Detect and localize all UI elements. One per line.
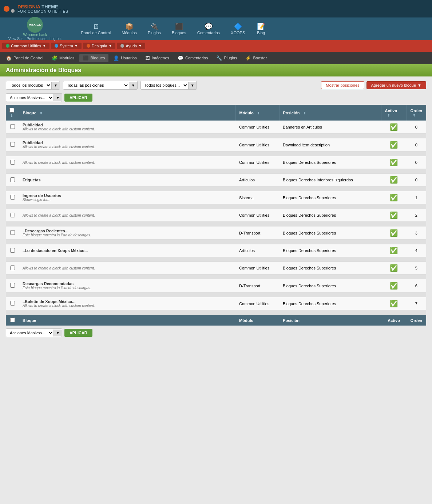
mass-actions-select-top[interactable]: Acciones Masivas... xyxy=(6,94,53,102)
block-name[interactable]: ..Boletín de Xoops México... xyxy=(23,299,232,304)
blocks-filter[interactable]: Todos los bloques... xyxy=(141,81,188,89)
mass-actions-arrow-top[interactable]: ▼ xyxy=(53,94,62,101)
active-check-icon[interactable]: ✅ xyxy=(390,300,398,307)
positions-filter-arrow[interactable]: ▼ xyxy=(129,82,137,89)
table-row: Allows to create a block with custom con… xyxy=(6,156,426,169)
active-check-icon[interactable]: ✅ xyxy=(390,247,398,254)
nav-item-comentarios[interactable]: 💬 Comentarios xyxy=(197,23,220,35)
nav-item-modulos[interactable]: 📦 Módulos xyxy=(122,23,137,35)
active-check-icon[interactable]: ✅ xyxy=(390,282,398,290)
apply-button-bottom[interactable]: APLICAR xyxy=(64,329,92,337)
active-check-icon[interactable]: ✅ xyxy=(390,212,398,219)
footer-posicion-col: Posición xyxy=(279,315,381,326)
menu-designia[interactable]: Designia ▼ xyxy=(83,43,116,49)
nav-item-bloques[interactable]: ⬛ Bloques xyxy=(172,23,186,35)
block-name[interactable]: Descargas Recomendadas xyxy=(23,281,232,286)
show-positions-button[interactable]: Mostrar posiciones xyxy=(321,81,364,89)
row-bloque-cell: PublicidadAllows to create a block with … xyxy=(19,121,235,134)
footer-select-all[interactable] xyxy=(10,318,15,322)
mass-actions-arrow-bottom[interactable]: ▼ xyxy=(53,330,62,336)
row-checkbox[interactable] xyxy=(10,177,15,182)
block-name[interactable]: ..Descargas Recientes... xyxy=(23,229,232,233)
row-spacer xyxy=(6,204,426,209)
nav-item-xoops[interactable]: 🔷 XOOPS xyxy=(231,23,245,35)
subnav-modulos[interactable]: 🧩 Módulos xyxy=(48,54,78,62)
active-check-icon[interactable]: ✅ xyxy=(390,229,398,237)
subnav-comentarios[interactable]: 💬 Comentarios xyxy=(174,54,211,62)
positions-filter[interactable]: Todas las posiciones xyxy=(63,81,129,89)
mass-actions-select-wrapper-bottom: Acciones Masivas... ▼ xyxy=(6,328,62,337)
usuarios-icon: 👤 xyxy=(113,55,119,61)
brand-designia: DESIGNIA xyxy=(17,4,40,9)
row-spacer xyxy=(6,222,426,227)
row-checkbox[interactable] xyxy=(10,142,15,147)
nav-item-blog[interactable]: 📝 Blog xyxy=(256,23,266,35)
block-name[interactable]: Publicidad xyxy=(23,141,232,145)
add-new-block-button[interactable]: Agregar un nuevo bloque ▼ xyxy=(366,81,426,89)
subnav-booster[interactable]: ⚡ Booster xyxy=(242,54,270,62)
nav-item-panel-control[interactable]: 🖥 Panel de Control xyxy=(81,23,111,35)
row-checkbox[interactable] xyxy=(10,248,15,253)
row-checkbox[interactable] xyxy=(10,213,15,217)
row-checkbox[interactable] xyxy=(10,230,15,235)
row-checkbox-cell xyxy=(6,279,19,292)
row-spacer xyxy=(6,292,426,297)
row-active-cell: ✅ xyxy=(381,138,407,151)
row-bloque-cell: Descargas RecomendadasEste bloque muestr… xyxy=(19,279,235,292)
table-row: Allows to create a block with custom con… xyxy=(6,262,426,275)
col-header-checkbox: ⇕ xyxy=(6,105,19,121)
row-checkbox[interactable] xyxy=(10,283,15,288)
row-spacer xyxy=(6,275,426,279)
view-site-link[interactable]: View Site xyxy=(8,37,24,41)
block-name[interactable]: Etiquetas xyxy=(23,178,232,182)
menu-ayuda[interactable]: Ayuda ▼ xyxy=(117,43,145,49)
log-out-link[interactable]: Log out xyxy=(49,37,62,41)
table-row: PublicidadAllows to create a block with … xyxy=(6,121,426,134)
menu-system[interactable]: System ▼ xyxy=(51,43,82,49)
apply-button-top[interactable]: APLICAR xyxy=(64,94,92,102)
block-name[interactable]: ..Lo destacado en Xoops México... xyxy=(23,248,232,253)
row-position-cell: Bloques Derechos Superiores xyxy=(279,191,381,204)
row-checkbox[interactable] xyxy=(10,195,15,200)
row-spacer xyxy=(6,169,426,174)
select-all-checkbox[interactable] xyxy=(9,108,14,113)
filter-actions: Mostrar posiciones Agregar un nuevo bloq… xyxy=(321,81,426,89)
posicion-sort-icon: ⇕ xyxy=(303,111,306,115)
active-check-icon[interactable]: ✅ xyxy=(390,141,398,149)
row-checkbox[interactable] xyxy=(10,265,15,270)
site-logo-area: MEXICO Welcome back View Site Preference… xyxy=(7,17,63,41)
active-check-icon[interactable]: ✅ xyxy=(390,194,398,201)
row-position-cell: Bloques Derechos Superiores xyxy=(279,244,381,257)
mass-actions-select-bottom[interactable]: Acciones Masivas... xyxy=(6,329,53,337)
block-name[interactable]: Publicidad xyxy=(23,123,232,127)
modules-filter-arrow[interactable]: ▼ xyxy=(51,82,60,89)
active-check-icon[interactable]: ✅ xyxy=(390,123,398,131)
footer-bloque-col: Bloque xyxy=(19,315,235,326)
subnav-imagenes[interactable]: 🖼 Imágenes xyxy=(142,54,173,62)
row-checkbox[interactable] xyxy=(10,124,15,129)
activo-sort-icon: ⇕ xyxy=(387,114,390,117)
modules-filter[interactable]: Todos los módulos xyxy=(6,81,51,89)
subnav-bloques[interactable]: ⬛ Bloques xyxy=(79,54,109,62)
subnav-panel-de-control[interactable]: 🏠 Panel de Control xyxy=(2,54,47,62)
active-check-icon[interactable]: ✅ xyxy=(390,176,398,184)
block-name[interactable]: Ingreso de Usuarios xyxy=(23,193,232,198)
row-active-cell: ✅ xyxy=(381,121,407,134)
row-active-cell: ✅ xyxy=(381,209,407,222)
menu-common-utilities[interactable]: Common Utilities ▼ xyxy=(2,43,49,49)
row-bloque-cell: ..Boletín de Xoops México...Allows to cr… xyxy=(19,297,235,310)
active-check-icon[interactable]: ✅ xyxy=(390,159,398,166)
active-check-icon[interactable]: ✅ xyxy=(390,264,398,272)
row-bloque-cell: Etiquetas xyxy=(19,174,235,186)
table-row: ..Lo destacado en Xoops México...Artícul… xyxy=(6,244,426,257)
mass-actions-top: Acciones Masivas... ▼ APLICAR xyxy=(6,93,426,102)
row-checkbox[interactable] xyxy=(10,301,15,306)
row-order-cell: 4 xyxy=(407,244,426,257)
subnav-usuarios[interactable]: 👤 Usuarios xyxy=(110,54,140,62)
subnav-plugins[interactable]: 🔧 Plugins xyxy=(213,54,241,62)
blocks-filter-arrow[interactable]: ▼ xyxy=(188,82,197,89)
row-checkbox[interactable] xyxy=(10,160,15,165)
nav-item-plugins[interactable]: 🔌 Plugins xyxy=(148,23,161,35)
preferences-link[interactable]: Preferences xyxy=(27,37,46,41)
designia-arrow: ▼ xyxy=(108,44,112,48)
